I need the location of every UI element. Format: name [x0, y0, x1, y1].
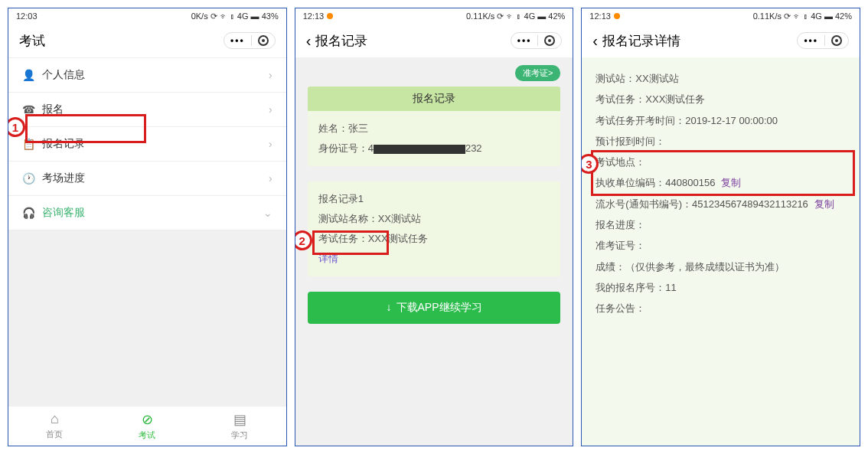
- tab-home[interactable]: ⌂ 首页: [46, 411, 63, 441]
- header: 考试 •••: [8, 24, 286, 57]
- id-label: 身份证号：: [318, 142, 368, 154]
- chevron-down-icon: ⌄: [263, 207, 272, 219]
- user-card: 报名记录 姓名：张三 身份证号：4232: [308, 87, 561, 166]
- ticket-tag[interactable]: 准考证>: [515, 65, 560, 81]
- menu-icon[interactable]: •••: [517, 35, 532, 46]
- clock-icon: 🕐: [22, 172, 34, 185]
- status-bar: 12:13 0.11K/s ⟳ ᯤ ⫾ 4G ▬ 42%: [295, 8, 573, 24]
- header: ‹ 报名记录 •••: [295, 24, 573, 57]
- copy-link[interactable]: 复制: [721, 177, 741, 188]
- menu-item-progress[interactable]: 🕐考场进度 ›: [8, 162, 286, 196]
- back-button[interactable]: ‹: [306, 32, 312, 50]
- recording-dot-icon: [614, 13, 620, 19]
- close-icon[interactable]: [831, 35, 842, 46]
- chevron-right-icon: ›: [269, 69, 272, 81]
- task-time-line: 考试任务开考时间：2019-12-17 00:00:00: [596, 110, 846, 131]
- status-bar: 12:13 0.11K/s ⟳ ᯤ ⫾ 4G ▬ 42%: [582, 8, 860, 24]
- score-line: 成绩：（仅供参考，最终成绩以证书为准）: [596, 256, 846, 277]
- location-line: 考试地点：: [596, 152, 846, 172]
- download-button[interactable]: ↓下载APP继续学习: [308, 292, 561, 324]
- miniprogram-capsule[interactable]: •••: [797, 32, 849, 49]
- menu-label: 个人信息: [42, 68, 85, 82]
- status-indicators: 0.11K/s ⟳ ᯤ ⫾ 4G ▬ 42%: [466, 11, 565, 21]
- menu-item-records[interactable]: 📋报名记录 ›: [8, 127, 286, 162]
- person-icon: 👤: [22, 69, 34, 81]
- annotation-1: 1: [8, 117, 25, 137]
- annotation-2: 2: [295, 230, 312, 250]
- home-icon: ⌂: [51, 411, 59, 427]
- station-line: 测试站：XX测试站: [596, 68, 846, 89]
- menu-item-signup[interactable]: ☎报名 ›: [8, 93, 286, 127]
- list-icon: 📋: [22, 138, 34, 150]
- detail-link[interactable]: 详情: [318, 253, 338, 264]
- chevron-right-icon: ›: [269, 138, 272, 150]
- menu-list: 👤个人信息 › ☎报名 › 📋报名记录 › 🕐考场进度 › 🎧咨询客服 ⌄: [8, 57, 286, 230]
- seq-line: 我的报名序号：11: [596, 277, 846, 298]
- download-icon: ↓: [387, 301, 392, 313]
- status-time: 12:03: [16, 11, 38, 21]
- tab-bar: ⌂ 首页 ⊘ 考试 ▤ 学习: [8, 406, 286, 446]
- recording-dot-icon: [327, 13, 333, 19]
- capsule-separator: [251, 35, 252, 46]
- notice-line: 任务公告：: [596, 298, 846, 318]
- book-icon: ▤: [233, 411, 246, 428]
- phone-screen-3: 12:13 0.11K/s ⟳ ᯤ ⫾ 4G ▬ 42% ‹ 报名记录详情 ••…: [581, 8, 860, 446]
- miniprogram-capsule[interactable]: •••: [511, 32, 563, 49]
- chevron-right-icon: ›: [269, 103, 272, 116]
- capsule-separator: [824, 35, 825, 46]
- status-time: 12:13: [589, 11, 620, 21]
- page-title: 报名记录: [315, 32, 367, 50]
- name-label: 姓名：: [318, 122, 348, 134]
- id-prefix: 4: [368, 142, 374, 154]
- capsule-separator: [537, 35, 538, 46]
- phone-screen-2: 12:13 0.11K/s ⟳ ᯤ ⫾ 4G ▬ 42% ‹ 报名记录 ••• …: [295, 8, 574, 446]
- exam-icon: ⊘: [142, 411, 153, 428]
- checkin-line: 预计报到时间：: [596, 131, 846, 152]
- status-bar: 12:03 0K/s ⟳ ᯤ ⫾ 4G ▬ 43%: [8, 8, 286, 24]
- name-value: 张三: [348, 122, 368, 134]
- empty-area: [8, 230, 286, 406]
- task-line: 考试任务：XXX测试任务: [596, 89, 846, 109]
- menu-item-profile[interactable]: 👤个人信息 ›: [8, 58, 286, 93]
- chevron-right-icon: ›: [269, 172, 272, 185]
- task-label: 考试任务：: [318, 233, 368, 244]
- record-title: 报名记录1: [318, 189, 550, 209]
- station-label: 测试站名称：: [318, 213, 378, 224]
- page-title: 考试: [19, 32, 45, 50]
- menu-icon[interactable]: •••: [230, 35, 245, 46]
- menu-icon[interactable]: •••: [804, 35, 818, 46]
- status-indicators: 0.11K/s ⟳ ᯤ ⫾ 4G ▬ 42%: [753, 11, 852, 21]
- menu-label: 报名: [42, 103, 64, 116]
- collect-line: 执收单位编码：440800156复制: [596, 172, 846, 193]
- ticket-line: 准考证号：: [596, 235, 846, 256]
- tab-exam[interactable]: ⊘ 考试: [139, 411, 155, 441]
- redacted-id: [374, 145, 465, 154]
- menu-label: 报名记录: [42, 137, 85, 151]
- status-indicators: 0K/s ⟳ ᯤ ⫾ 4G ▬ 43%: [191, 11, 279, 21]
- download-label: 下载APP继续学习: [396, 301, 482, 313]
- headset-icon: 🎧: [22, 207, 34, 219]
- tab-label: 考试: [139, 430, 155, 441]
- station-value: XX测试站: [378, 213, 421, 224]
- tab-study[interactable]: ▤ 学习: [231, 411, 248, 441]
- task-value: XXX测试任务: [368, 233, 428, 244]
- status-time: 12:13: [303, 11, 334, 21]
- miniprogram-capsule[interactable]: •••: [224, 32, 276, 49]
- page-title: 报名记录详情: [602, 32, 680, 50]
- phone-icon: ☎: [22, 103, 34, 116]
- copy-link[interactable]: 复制: [814, 198, 834, 210]
- menu-label: 咨询客服: [42, 206, 85, 220]
- menu-label: 考场进度: [42, 171, 85, 185]
- annotation-3: 3: [581, 154, 599, 174]
- menu-item-service[interactable]: 🎧咨询客服 ⌄: [8, 196, 286, 230]
- flow-line: 流水号(通知书编号)：451234567489432113216复制: [596, 194, 846, 214]
- progress-line: 报名进度：: [596, 214, 846, 235]
- id-suffix: 232: [465, 142, 482, 154]
- header: ‹ 报名记录详情 •••: [582, 24, 860, 57]
- record-card: 报名记录1 测试站名称：XX测试站 考试任务：XXX测试任务 详情: [308, 181, 561, 276]
- card-header: 报名记录: [308, 87, 561, 111]
- close-icon[interactable]: [258, 35, 269, 46]
- phone-screen-1: 12:03 0K/s ⟳ ᯤ ⫾ 4G ▬ 43% 考试 ••• 👤个人信息 ›…: [8, 8, 287, 446]
- close-icon[interactable]: [544, 35, 555, 46]
- back-button[interactable]: ‹: [592, 32, 598, 50]
